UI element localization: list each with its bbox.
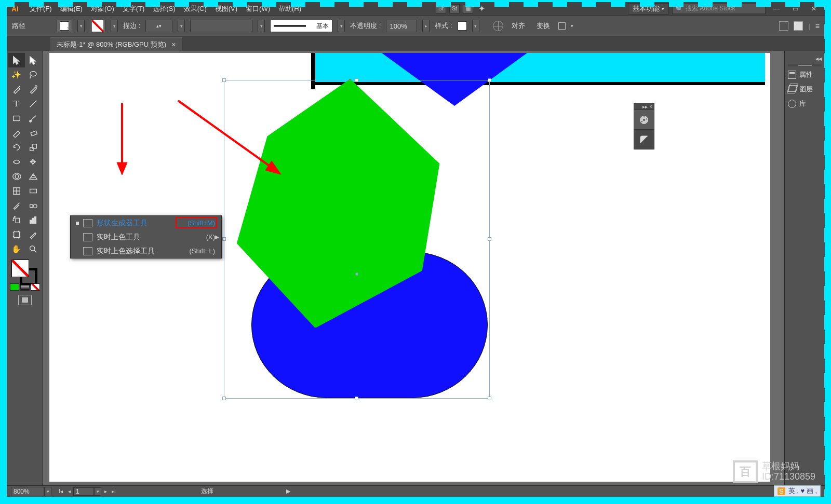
window-restore-icon[interactable]: ▭ bbox=[787, 4, 803, 14]
bbox-handle[interactable] bbox=[222, 237, 226, 241]
arrange-icon[interactable]: ▦ bbox=[463, 4, 473, 13]
color-chip-none[interactable] bbox=[31, 283, 40, 291]
rectangle-tool[interactable] bbox=[8, 111, 25, 126]
mesh-tool[interactable] bbox=[8, 184, 25, 198]
workspace-dropdown[interactable]: 基本功能▾ bbox=[628, 3, 669, 15]
status-play-icon[interactable]: ▶ bbox=[286, 488, 290, 495]
panel-layers[interactable]: 图层 bbox=[785, 82, 825, 97]
transform-ref-icon[interactable] bbox=[558, 22, 566, 30]
fill-swatch[interactable]: ? bbox=[57, 20, 72, 32]
flyout-item-live-paint-select[interactable]: 实时上色选择工具 (Shift+L) bbox=[71, 244, 221, 258]
type-tool[interactable]: T bbox=[8, 97, 25, 111]
canvas-area[interactable]: 形状生成器工具 (Shift+M) 实时上色工具 (K) ▶ 实时上色选择工具 … bbox=[43, 51, 784, 485]
screen-mode-icon[interactable] bbox=[18, 295, 32, 305]
panel-properties[interactable]: 属性 bbox=[785, 67, 825, 82]
menu-edit[interactable]: 编辑(E) bbox=[56, 2, 87, 15]
blend-tool[interactable] bbox=[25, 198, 42, 213]
artboard-tool[interactable] bbox=[8, 227, 25, 242]
zoom-input[interactable]: 800% bbox=[11, 487, 44, 496]
ime-toolbar[interactable]: S 英 , ♥ 画 , bbox=[774, 485, 821, 497]
stroke-weight-input[interactable]: ▴▾ bbox=[145, 20, 172, 32]
free-transform-tool[interactable]: ✥ bbox=[25, 155, 42, 169]
stroke-dropdown[interactable]: ▾ bbox=[111, 20, 118, 32]
column-graph-tool[interactable] bbox=[25, 213, 42, 227]
menu-select[interactable]: 选择(S) bbox=[149, 2, 179, 15]
hand-tool[interactable]: ✋ bbox=[8, 242, 25, 256]
search-stock-input[interactable]: 🔍搜索 Adobe Stock bbox=[672, 4, 766, 14]
menu-view[interactable]: 视图(V) bbox=[211, 2, 242, 15]
stroke-profile-dd[interactable]: ▾ bbox=[258, 20, 265, 32]
symbol-sprayer-tool[interactable] bbox=[8, 213, 25, 227]
zoom-tool[interactable] bbox=[25, 242, 42, 256]
panel-libraries[interactable]: 库 bbox=[785, 97, 825, 111]
stroke-swatch[interactable] bbox=[90, 20, 105, 32]
perspective-grid-tool[interactable] bbox=[25, 169, 42, 184]
panel-drag-handle[interactable] bbox=[788, 64, 822, 66]
eraser-tool[interactable] bbox=[25, 126, 42, 140]
brush-dd[interactable]: ▾ bbox=[338, 20, 345, 32]
pin-icon[interactable] bbox=[794, 21, 803, 31]
bbox-handle[interactable] bbox=[488, 237, 491, 241]
first-artboard-icon[interactable]: I◂ bbox=[57, 487, 65, 496]
last-artboard-icon[interactable]: ▸I bbox=[110, 487, 118, 496]
shaper-tool[interactable] bbox=[8, 126, 25, 140]
window-close-icon[interactable]: ✕ bbox=[806, 4, 822, 14]
bbox-handle[interactable] bbox=[355, 397, 358, 400]
bbox-handle[interactable] bbox=[488, 397, 491, 400]
artboard-dd[interactable]: ▾ bbox=[94, 487, 101, 496]
transform-button[interactable]: 变换 bbox=[533, 20, 553, 32]
paintbrush-tool[interactable] bbox=[25, 111, 42, 126]
snap-pixel-icon[interactable] bbox=[779, 21, 788, 31]
shape-builder-tool[interactable] bbox=[8, 169, 25, 184]
bbox-handle[interactable] bbox=[355, 78, 358, 82]
stroke-profile[interactable] bbox=[190, 20, 252, 32]
menu-file[interactable]: 文件(F) bbox=[25, 2, 56, 15]
panel-menu-icon[interactable]: ≡ bbox=[815, 22, 820, 30]
slice-tool[interactable] bbox=[25, 227, 42, 242]
menu-type[interactable]: 文字(T) bbox=[118, 2, 149, 15]
document-tab[interactable]: 未标题-1* @ 800% (RGB/GPU 预览) × bbox=[50, 37, 182, 51]
fill-color-swatch[interactable] bbox=[11, 260, 29, 277]
lasso-tool[interactable] bbox=[25, 67, 42, 82]
direct-selection-tool[interactable] bbox=[25, 53, 42, 67]
eyedropper-tool[interactable] bbox=[8, 198, 25, 213]
brush-preview[interactable]: 基本 bbox=[270, 20, 332, 32]
fill-stroke-swatches[interactable] bbox=[10, 258, 39, 282]
document-setup-icon[interactable] bbox=[493, 21, 503, 31]
menu-object[interactable]: 对象(O) bbox=[87, 2, 118, 15]
curvature-tool[interactable] bbox=[25, 82, 42, 97]
opacity-input[interactable]: 100% bbox=[386, 20, 417, 32]
menu-help[interactable]: 帮助(H) bbox=[274, 2, 305, 15]
opacity-dd[interactable]: ▸ bbox=[422, 20, 430, 32]
tab-close-icon[interactable]: × bbox=[171, 40, 176, 49]
selection-tool[interactable] bbox=[8, 53, 25, 67]
graphic-style-swatch[interactable] bbox=[458, 21, 467, 31]
next-artboard-icon[interactable]: ▸ bbox=[101, 487, 110, 496]
prev-artboard-icon[interactable]: ◂ bbox=[65, 487, 73, 496]
flyout-item-live-paint[interactable]: 实时上色工具 (K) ▶ bbox=[71, 230, 221, 244]
mini-panel-dock[interactable]: ▸▸× bbox=[634, 103, 654, 149]
width-tool[interactable] bbox=[8, 155, 25, 169]
line-tool[interactable] bbox=[25, 97, 42, 111]
artboard-number-input[interactable]: 1 bbox=[73, 487, 94, 496]
stock-icon[interactable]: St bbox=[449, 4, 460, 13]
gradient-tool[interactable] bbox=[25, 184, 42, 198]
gpu-icon[interactable]: ✦ bbox=[476, 4, 487, 13]
menu-window[interactable]: 窗口(W) bbox=[242, 2, 274, 15]
mini-dock-header[interactable]: ▸▸× bbox=[634, 103, 654, 110]
style-dd[interactable]: ▾ bbox=[472, 20, 479, 32]
magic-wand-tool[interactable]: ✨ bbox=[8, 67, 25, 82]
fill-dropdown[interactable]: ▾ bbox=[77, 20, 85, 32]
bbox-handle[interactable] bbox=[222, 397, 226, 400]
color-panel-icon[interactable] bbox=[634, 110, 654, 129]
corner-panel-icon[interactable] bbox=[634, 129, 654, 149]
close-icon[interactable]: × bbox=[649, 104, 652, 110]
bbox-handle[interactable] bbox=[488, 78, 491, 82]
collapse-icon[interactable]: ▸▸ bbox=[642, 104, 648, 110]
zoom-dd[interactable]: ▾ bbox=[44, 487, 51, 496]
flyout-item-shape-builder[interactable]: 形状生成器工具 (Shift+M) bbox=[71, 216, 221, 230]
scale-tool[interactable] bbox=[25, 140, 42, 155]
window-minimize-icon[interactable]: — bbox=[769, 4, 784, 14]
rotate-tool[interactable] bbox=[8, 140, 25, 155]
expand-dock-icon[interactable]: ◂◂ bbox=[812, 54, 825, 63]
